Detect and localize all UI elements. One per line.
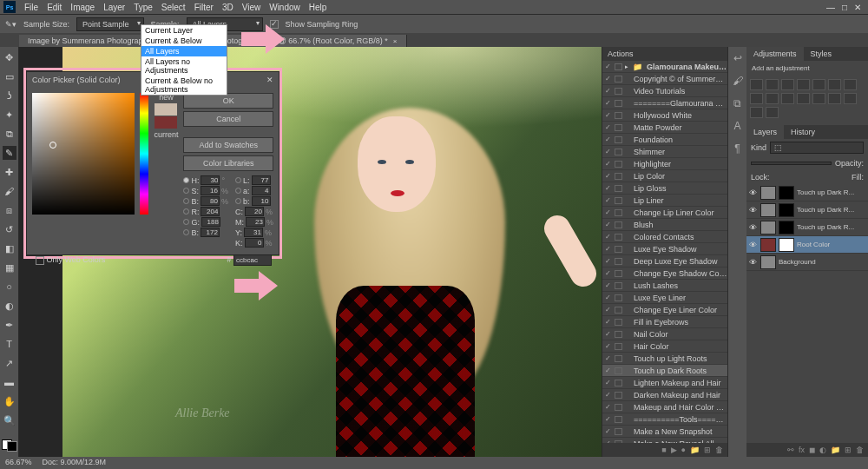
adj-icon[interactable] [797,93,810,104]
maximize-icon[interactable]: □ [842,3,847,12]
color-field[interactable] [32,93,135,215]
dd-item-current-below[interactable]: Current & Below [141,36,227,46]
adj-icon[interactable] [750,93,763,104]
action-item[interactable]: ✓Nail Color [602,328,727,340]
y-input[interactable] [244,228,263,237]
adj-icon[interactable] [828,93,841,104]
blend-mode[interactable] [751,162,832,165]
close-dialog-icon[interactable]: ✕ [266,76,273,84]
s-radio[interactable] [183,188,189,194]
a-radio[interactable] [235,188,241,194]
folder-icon[interactable]: 📁 [690,446,700,454]
layer-mask[interactable] [779,203,794,217]
layer-name[interactable]: Root Color [797,241,865,248]
add-swatches-button[interactable]: Add to Swatches [183,137,273,153]
action-item[interactable]: ✓Touch up Dark Roots [602,365,727,377]
zoom-tool[interactable]: 🔍 [3,413,16,427]
dd-item-cb-no-adj[interactable]: Current & Below no Adjustments [141,76,227,95]
action-item[interactable]: ✓Foundation [602,134,727,146]
g-input[interactable] [201,217,220,227]
k-input[interactable] [245,238,264,248]
action-item[interactable]: ✓Lip Color [602,170,727,182]
para-icon[interactable]: ¶ [734,142,740,155]
eraser-tool[interactable]: ◧ [3,241,16,255]
adj-icon[interactable] [781,79,794,90]
eyedropper-tool[interactable]: ✎ [3,146,16,160]
layer-row[interactable]: 👁Touch up Dark R... [746,219,868,236]
zoom-level[interactable]: 66.67% [5,458,32,468]
menu-type[interactable]: Type [134,3,153,12]
record-icon[interactable]: ● [681,446,686,454]
web-colors-check[interactable]: Only Web Colors [36,255,105,265]
trash-icon[interactable]: 🗑 [856,446,864,454]
bv-input[interactable] [201,196,220,206]
char-icon[interactable]: A [733,120,740,132]
color-cursor[interactable] [49,142,56,149]
close-tab-icon[interactable]: × [393,37,398,45]
shape-tool[interactable]: ▬ [3,375,16,389]
m-input[interactable] [246,217,265,227]
l-radio[interactable] [235,177,241,183]
action-set[interactable]: ✓▸📁 Glamourana Makeup and Hair Esse... [602,61,727,73]
layer-row[interactable]: 👁Touch up Dark R... [746,184,868,201]
action-item[interactable]: ✓Copyright © of Summerana [602,73,727,85]
cancel-button[interactable]: Cancel [183,111,273,127]
visibility-icon[interactable]: 👁 [749,258,758,267]
layer-row[interactable]: 👁Background [746,254,868,271]
actions-tab[interactable]: Actions [602,47,727,61]
color-libraries-button[interactable]: Color Libraries [183,155,273,171]
clone-icon[interactable]: ⧉ [733,97,741,109]
layer-mask[interactable] [779,238,794,252]
l-input[interactable] [252,175,271,185]
adj-icon[interactable] [797,79,810,90]
fx-icon[interactable]: fx [799,446,805,454]
hand-tool[interactable]: ✋ [3,394,16,408]
layer-name[interactable]: Touch up Dark R... [797,188,865,196]
action-item[interactable]: ✓Change Lip Liner Color [602,207,727,219]
brush-panel-icon[interactable]: 🖌 [733,75,743,87]
history-tab[interactable]: History [784,125,822,139]
move-tool[interactable]: ✥ [3,50,16,64]
menu-filter[interactable]: Filter [194,3,214,12]
action-item[interactable]: ✓Shimmer [602,146,727,158]
link-icon[interactable]: ⚯ [787,446,794,454]
menu-window[interactable]: Window [269,3,300,12]
type-tool[interactable]: T [3,337,16,351]
action-item[interactable]: ✓Lip Liner [602,195,727,207]
action-item[interactable]: ✓Luxe Eye Shadow [602,243,727,255]
c-input[interactable] [245,207,264,216]
s-input[interactable] [201,186,220,195]
play-icon[interactable]: ▶ [671,446,677,454]
g-radio[interactable] [183,219,189,225]
action-item[interactable]: ✓Colored Contacts [602,231,727,243]
heal-tool[interactable]: ✚ [3,165,16,179]
adj-icon[interactable] [766,93,779,104]
layer-thumb[interactable] [760,186,776,200]
action-item[interactable]: ✓Deep Luxe Eye Shadow [602,255,727,268]
dd-item-current-layer[interactable]: Current Layer [141,25,227,36]
menu-layer[interactable]: Layer [103,3,125,12]
action-item[interactable]: ✓Change Eye Liner Color [602,304,727,316]
menu-help[interactable]: Help [309,3,327,12]
adj-icon[interactable] [766,79,779,90]
sample-dropdown-menu[interactable]: Current Layer Current & Below All Layers… [141,24,227,96]
visibility-icon[interactable]: 👁 [749,241,758,249]
action-item[interactable]: ✓Touch up Light Roots [602,353,727,365]
adj-icon[interactable] [812,93,825,104]
adj-icon[interactable] [750,107,763,118]
close-icon[interactable]: ✕ [854,3,861,12]
dd-item-all-layers[interactable]: All Layers [141,46,227,56]
blur-tool[interactable]: ○ [3,280,16,294]
minimize-icon[interactable]: — [826,3,835,12]
color-swatches[interactable] [2,439,17,452]
menu-view[interactable]: View [242,3,261,12]
layer-thumb[interactable] [760,255,776,269]
action-item[interactable]: ✓Darken Makeup and Hair [602,389,727,401]
action-item[interactable]: ✓Change Eye Shadow Color [602,268,727,280]
menu-3d[interactable]: 3D [222,3,233,12]
layer-thumb[interactable] [760,221,776,234]
action-item[interactable]: ✓Lighten Makeup and Hair [602,377,727,389]
pen-tool[interactable]: ✒ [3,318,16,332]
history-icon[interactable]: ↩ [733,52,742,64]
dd-item-all-no-adj[interactable]: All Layers no Adjustments [141,56,227,76]
